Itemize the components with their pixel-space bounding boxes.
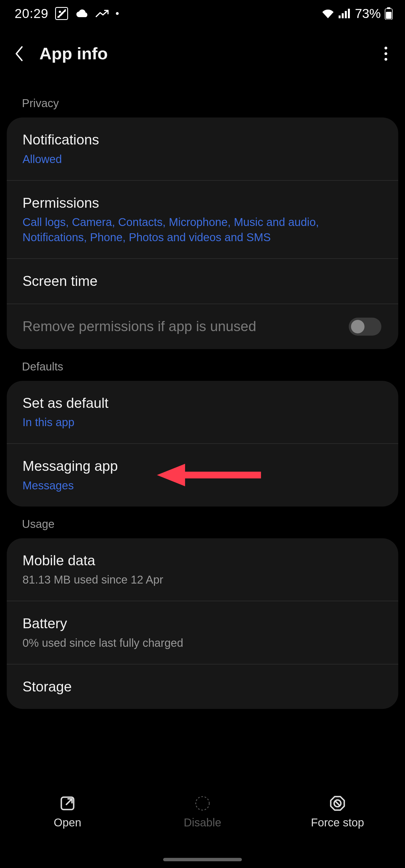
page-title: App info	[39, 44, 108, 63]
remove-permissions-row[interactable]: Remove permissions if app is unused	[7, 304, 398, 349]
remove-permissions-toggle[interactable]	[349, 318, 381, 336]
notifications-row[interactable]: Notifications Allowed	[7, 118, 398, 181]
mobile-data-sub: 81.13 MB used since 12 Apr	[23, 572, 381, 587]
messaging-app-title: Messaging app	[23, 457, 381, 475]
svg-rect-2	[345, 11, 347, 18]
svg-line-14	[335, 801, 340, 806]
gesture-nav-pill[interactable]	[163, 858, 242, 861]
status-left: 20:29	[15, 6, 119, 21]
messaging-app-sub: Messages	[23, 478, 381, 493]
battery-icon	[385, 7, 393, 20]
force-stop-label: Force stop	[311, 816, 364, 829]
wifi-icon	[321, 8, 335, 19]
svg-point-7	[384, 46, 387, 50]
set-as-default-title: Set as default	[23, 394, 381, 412]
storage-row[interactable]: Storage	[7, 664, 398, 709]
more-indicator-icon	[116, 12, 119, 15]
open-label: Open	[54, 816, 81, 829]
svg-point-9	[384, 58, 387, 61]
notifications-sub: Allowed	[23, 152, 381, 167]
disable-button[interactable]: Disable	[136, 795, 269, 829]
open-icon	[59, 795, 76, 812]
privacy-card: Notifications Allowed Permissions Call l…	[7, 118, 398, 349]
section-label-defaults: Defaults	[7, 349, 398, 381]
bottom-action-bar: Open Disable Force stop	[0, 788, 405, 868]
battery-percent: 73%	[355, 6, 381, 21]
clock: 20:29	[15, 6, 48, 21]
header: App info	[0, 27, 405, 74]
more-options-button[interactable]	[378, 46, 394, 62]
notifications-title: Notifications	[23, 131, 381, 149]
section-label-privacy: Privacy	[7, 86, 398, 118]
battery-title: Battery	[23, 615, 381, 632]
storage-title: Storage	[23, 678, 381, 696]
permissions-title: Permissions	[23, 194, 381, 212]
cloud-indicator-icon	[75, 8, 89, 19]
force-stop-icon	[329, 795, 346, 812]
gallery-indicator-icon	[55, 7, 68, 20]
svg-rect-6	[386, 12, 392, 19]
svg-rect-1	[342, 13, 344, 18]
messaging-app-row[interactable]: Messaging app Messages	[7, 444, 398, 506]
section-label-usage: Usage	[7, 506, 398, 538]
open-button[interactable]: Open	[1, 795, 134, 829]
remove-permissions-title: Remove permissions if app is unused	[23, 318, 256, 335]
usage-card: Mobile data 81.13 MB used since 12 Apr B…	[7, 538, 398, 709]
battery-row[interactable]: Battery 0% used since last fully charged	[7, 601, 398, 664]
battery-sub: 0% used since last fully charged	[23, 635, 381, 650]
svg-point-8	[384, 52, 387, 55]
mobile-data-title: Mobile data	[23, 552, 381, 569]
mobile-data-row[interactable]: Mobile data 81.13 MB used since 12 Apr	[7, 538, 398, 601]
disable-icon	[194, 795, 211, 812]
set-as-default-sub: In this app	[23, 414, 381, 430]
svg-point-11	[196, 797, 209, 810]
disable-label: Disable	[184, 816, 221, 829]
status-bar: 20:29 73%	[0, 0, 405, 27]
screen-time-row[interactable]: Screen time	[7, 259, 398, 304]
back-button[interactable]	[11, 46, 27, 62]
permissions-row[interactable]: Permissions Call logs, Camera, Contacts,…	[7, 181, 398, 259]
svg-rect-3	[348, 9, 350, 18]
force-stop-button[interactable]: Force stop	[270, 795, 404, 829]
set-as-default-row[interactable]: Set as default In this app	[7, 381, 398, 444]
signal-icon	[339, 9, 350, 18]
svg-rect-0	[339, 16, 341, 18]
status-right: 73%	[321, 6, 393, 21]
permissions-sub: Call logs, Camera, Contacts, Microphone,…	[23, 214, 381, 245]
defaults-card: Set as default In this app Messaging app…	[7, 381, 398, 506]
trend-indicator-icon	[96, 9, 109, 18]
screen-time-title: Screen time	[23, 272, 381, 290]
